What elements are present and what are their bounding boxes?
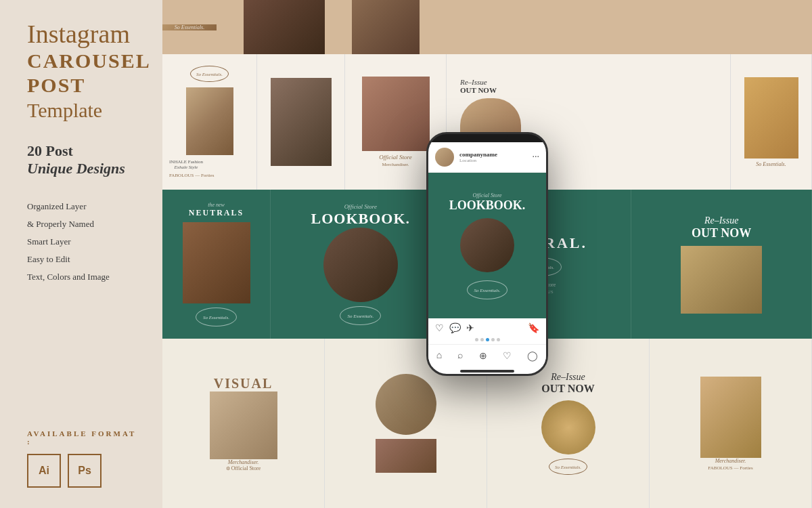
carousel-card-2 bbox=[257, 54, 345, 190]
dot-4 bbox=[491, 338, 495, 341]
card3-store: Official Store bbox=[379, 154, 411, 161]
bot-fabolous: FABOLOUS — Forties bbox=[708, 465, 752, 471]
phone-heart-icon[interactable]: ♡ bbox=[435, 322, 444, 334]
carousel-card-5: So Essentials. bbox=[731, 54, 812, 190]
card2-photo bbox=[271, 78, 332, 166]
carousel-card-1: So Essentials. INHALE Fashion Exhale Sty… bbox=[162, 54, 257, 190]
card5-so: So Essentials. bbox=[756, 161, 786, 167]
phone-user-info: companyname Location bbox=[459, 151, 497, 164]
reissue-label: Re–Issue bbox=[460, 78, 487, 86]
so-essentials-badge-1: So Essentials. bbox=[190, 66, 229, 82]
post-count: 20 Post Unique Designs bbox=[27, 142, 142, 177]
phone-search-icon[interactable]: ⌕ bbox=[457, 350, 463, 362]
strip-so-text: So Essentials. bbox=[175, 24, 204, 30]
phone-store: Official Store bbox=[472, 192, 501, 198]
teal-outnow: OUT NOW bbox=[692, 226, 751, 240]
dot-2 bbox=[480, 338, 484, 341]
left-panel: Instagram CAROUSEL POST Template 20 Post… bbox=[0, 0, 162, 508]
phone-avatar bbox=[435, 148, 454, 167]
teal-photo-2 bbox=[323, 228, 398, 302]
bot-flowers bbox=[541, 400, 595, 454]
available-label: AVAILABLE FORMAT : bbox=[27, 429, 142, 446]
bot-reissue: Re–Issue bbox=[551, 372, 585, 383]
bot-photo-3 bbox=[700, 377, 761, 458]
format-ps-icon: Ps bbox=[68, 454, 102, 488]
bot-visual: VISUAL bbox=[214, 376, 273, 391]
title-block: Instagram CAROUSEL POST Template 20 Post… bbox=[27, 20, 142, 286]
teal-photo-1 bbox=[183, 222, 250, 303]
card1-text: INHALE Fashion Exhale Style bbox=[169, 159, 203, 170]
phone-screen: companyname Location ··· Official Store … bbox=[428, 142, 546, 374]
phone-profile-icon[interactable]: ◯ bbox=[527, 350, 538, 362]
right-panel: So Essentials. So Essentials. INHALE Fas… bbox=[162, 0, 812, 508]
feature-2: & Properly Named bbox=[27, 215, 142, 233]
title-carousel: CAROUSEL POST bbox=[27, 49, 142, 98]
phone-frame: companyname Location ··· Official Store … bbox=[426, 132, 548, 376]
format-ai-icon: Ai bbox=[27, 454, 61, 488]
card1-photo bbox=[186, 87, 233, 155]
format-icons: Ai Ps bbox=[27, 454, 142, 488]
phone-share-icon[interactable]: ✈ bbox=[466, 322, 474, 334]
card1-fabolous: FABOLOUS — Forties bbox=[169, 173, 214, 178]
bottom-card-1: VISUAL Merchandiser. ⚙ Official Store bbox=[162, 339, 325, 508]
bot-photo-1 bbox=[210, 391, 277, 459]
phone-location: Location bbox=[459, 158, 497, 163]
teal-new: the new bbox=[208, 202, 225, 208]
phone-bookmark-icon[interactable]: 🔖 bbox=[528, 322, 539, 334]
phone-header: companyname Location ··· bbox=[428, 142, 546, 173]
bot-outnow: OUT NOW bbox=[541, 383, 594, 395]
teal-card-4: Re–Issue OUT NOW bbox=[631, 190, 812, 339]
teal-lookbook: LOOKBOOK. bbox=[311, 210, 411, 228]
outnow-label: OUT NOW bbox=[460, 86, 497, 94]
teal-photo-3 bbox=[681, 246, 762, 314]
phone-carousel-dots bbox=[428, 338, 546, 344]
feature-1: Organized Layer bbox=[27, 198, 142, 215]
phone-post-area: Official Store LOOKBOOK. So Essentials. bbox=[428, 173, 546, 318]
post-count-number: 20 Post bbox=[27, 142, 142, 160]
phone-lookbook: LOOKBOOK. bbox=[449, 198, 526, 213]
bot-store: ⚙ Official Store bbox=[226, 465, 261, 471]
phone-so-badge: So Essentials. bbox=[467, 280, 508, 299]
teal-reissue: Re–Issue bbox=[704, 215, 739, 226]
phone-post-image-circle bbox=[460, 218, 514, 272]
teal-so-1: So Essentials. bbox=[196, 308, 237, 326]
feature-5: Text, Colors and Image bbox=[27, 268, 142, 286]
card3-photo bbox=[362, 77, 430, 151]
teal-card-2: Official Store LOOKBOOK. So Essentials. bbox=[271, 190, 451, 339]
row-1-strip: So Essentials. bbox=[162, 0, 812, 54]
phone-home-bar bbox=[460, 370, 514, 373]
available-format: AVAILABLE FORMAT : Ai Ps bbox=[27, 429, 142, 488]
dot-1 bbox=[475, 338, 478, 341]
phone-add-icon[interactable]: ⊕ bbox=[479, 350, 487, 362]
dot-3-active bbox=[486, 338, 489, 341]
features-list: Organized Layer & Properly Named Smart L… bbox=[27, 198, 142, 286]
phone-notch bbox=[467, 134, 508, 142]
title-template: Template bbox=[27, 99, 142, 122]
bottom-card-4: Merchandiser. FABOLOUS — Forties bbox=[650, 339, 812, 508]
teal-neutrals: NEUTRALS bbox=[189, 208, 244, 218]
card3-merchandiser: Merchandiser. bbox=[382, 162, 409, 167]
feature-3: Smart Layer bbox=[27, 233, 142, 251]
strip-image-2 bbox=[244, 0, 325, 54]
bot-photo-2b bbox=[376, 439, 436, 473]
teal-store: Official Store bbox=[344, 203, 377, 210]
card5-photo bbox=[744, 77, 798, 158]
bot-merch-2: Merchandiser. bbox=[715, 458, 746, 464]
bot-photo-2 bbox=[376, 374, 436, 435]
teal-so-2: So Essentials. bbox=[340, 306, 381, 325]
phone-home-icon[interactable]: ⌂ bbox=[436, 350, 442, 362]
post-count-label: Unique Designs bbox=[27, 160, 142, 177]
phone-comment-icon[interactable]: 💬 bbox=[449, 322, 461, 334]
bot-so-4: So Essentials. bbox=[549, 459, 587, 475]
title-instagram: Instagram bbox=[27, 20, 142, 49]
phone-more-dots[interactable]: ··· bbox=[533, 152, 540, 163]
strip-image-3 bbox=[352, 0, 420, 54]
teal-card-1: the new NEUTRALS So Essentials. bbox=[162, 190, 271, 339]
bot-merch: Merchandiser. bbox=[228, 459, 259, 465]
phone-bottom-nav[interactable]: ⌂ ⌕ ⊕ ♡ ◯ bbox=[428, 344, 546, 367]
phone-actions[interactable]: ♡ 💬 ✈ 🔖 bbox=[428, 318, 546, 338]
phone-like-icon[interactable]: ♡ bbox=[503, 350, 512, 362]
phone-username: companyname bbox=[459, 151, 497, 158]
dot-5 bbox=[497, 338, 500, 341]
feature-4: Easy to Edit bbox=[27, 251, 142, 268]
